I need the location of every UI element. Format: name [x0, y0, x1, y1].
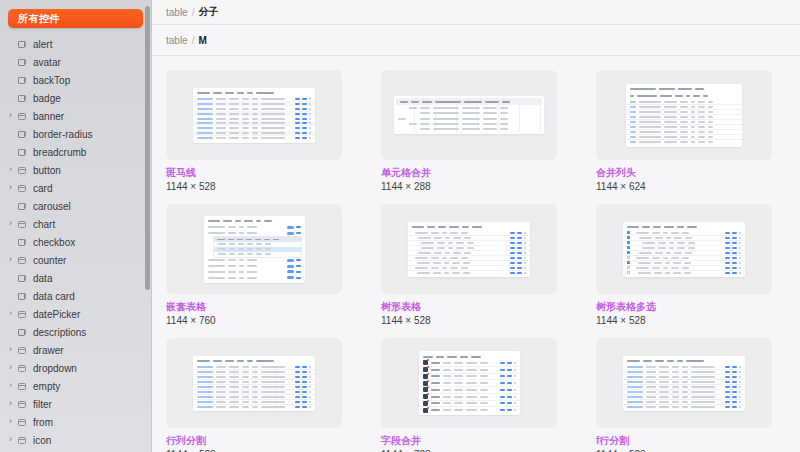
- asset-grid: 斑马线1144 × 528单元格合并1144 × 288合并列头1144 × 6…: [152, 56, 800, 452]
- asset-title-link[interactable]: 行列分割: [166, 435, 342, 447]
- sidebar-item-checkbox[interactable]: checkbox: [0, 233, 151, 251]
- sidebar-item-drawer[interactable]: ›drawer: [0, 341, 151, 359]
- sidebar-item-label: badge: [33, 93, 61, 104]
- sidebar-item-border-radius[interactable]: border-radius: [0, 125, 151, 143]
- table-preview: [408, 222, 530, 277]
- breadcrumb-parent-link[interactable]: table: [166, 35, 188, 46]
- sidebar-item-filter[interactable]: ›filter: [0, 395, 151, 413]
- sidebar-item-label: alert: [33, 39, 52, 50]
- sidebar-item-label: descriptions: [33, 327, 86, 338]
- screenshot-thumbnail[interactable]: [596, 70, 772, 160]
- chevron-right-icon[interactable]: ›: [9, 381, 18, 390]
- screenshot-thumbnail[interactable]: [166, 70, 342, 160]
- component-icon: [18, 239, 26, 246]
- asset-title-link[interactable]: 合并列头: [596, 167, 772, 179]
- box-icon: [18, 257, 26, 264]
- table-preview: [626, 84, 742, 147]
- sidebar-item-label: empty: [33, 381, 60, 392]
- asset-title-link[interactable]: 斑马线: [166, 167, 342, 179]
- chevron-right-icon[interactable]: ›: [9, 183, 18, 192]
- asset-dimensions: 1144 × 528: [596, 315, 772, 327]
- sidebar-item-from[interactable]: ›from: [0, 413, 151, 431]
- sidebar-item-backtop[interactable]: backTop: [0, 71, 151, 89]
- component-icon: [18, 275, 26, 282]
- breadcrumb: table / 分子: [152, 0, 800, 25]
- box-icon: [18, 365, 26, 372]
- table-preview: [193, 356, 315, 411]
- sidebar-item-label: carousel: [33, 201, 71, 212]
- box-icon: [18, 347, 26, 354]
- sidebar-item-empty[interactable]: ›empty: [0, 377, 151, 395]
- sidebar: 所有控件 alertavatarbackTopbadge›bannerborde…: [0, 0, 152, 452]
- sidebar-item-label: button: [33, 165, 61, 176]
- sidebar-item-label: from: [33, 417, 53, 428]
- breadcrumb-parent-link[interactable]: table: [166, 7, 188, 18]
- sidebar-item-alert[interactable]: alert: [0, 35, 151, 53]
- sidebar-list: alertavatarbackTopbadge›bannerborder-rad…: [0, 34, 151, 452]
- gallery-card: 嵌套表格1144 × 760: [166, 204, 342, 327]
- chevron-right-icon[interactable]: ›: [9, 399, 18, 408]
- sidebar-item-label: data card: [33, 291, 75, 302]
- sidebar-item-datepicker[interactable]: ›datePicker: [0, 305, 151, 323]
- asset-title-link[interactable]: 树形表格: [381, 301, 557, 313]
- table-preview: [193, 88, 315, 143]
- asset-dimensions: 1144 × 288: [381, 181, 557, 193]
- chevron-right-icon[interactable]: ›: [9, 435, 18, 444]
- component-icon: [18, 131, 26, 138]
- box-icon: [18, 383, 26, 390]
- sidebar-item-card[interactable]: ›card: [0, 179, 151, 197]
- sidebar-item-data[interactable]: data: [0, 269, 151, 287]
- sidebar-item-avatar[interactable]: avatar: [0, 53, 151, 71]
- sidebar-all-components-button[interactable]: 所有控件: [8, 9, 143, 28]
- component-icon: [18, 41, 26, 48]
- sidebar-item-label: banner: [33, 111, 64, 122]
- sidebar-item-breadcrumb[interactable]: breadcrumb: [0, 143, 151, 161]
- box-icon: [18, 113, 26, 120]
- chevron-right-icon[interactable]: ›: [9, 345, 18, 354]
- sidebar-scrollbar[interactable]: [145, 6, 150, 290]
- screenshot-thumbnail[interactable]: [166, 338, 342, 428]
- screenshot-thumbnail[interactable]: [381, 70, 557, 160]
- table-preview: [623, 356, 745, 411]
- screenshot-thumbnail[interactable]: [596, 204, 772, 294]
- sidebar-item-label: border-radius: [33, 129, 92, 140]
- chevron-right-icon[interactable]: ›: [9, 219, 18, 228]
- sidebar-item-icon[interactable]: ›icon: [0, 431, 151, 449]
- sidebar-item-descriptions[interactable]: descriptions: [0, 323, 151, 341]
- asset-title-link[interactable]: 字段合并: [381, 435, 557, 447]
- sidebar-item-button[interactable]: ›button: [0, 161, 151, 179]
- gallery-card: 树形表格多选1144 × 528: [596, 204, 772, 327]
- chevron-right-icon[interactable]: ›: [9, 255, 18, 264]
- sidebar-item-badge[interactable]: badge: [0, 89, 151, 107]
- screenshot-thumbnail[interactable]: [381, 204, 557, 294]
- screenshot-thumbnail[interactable]: [596, 338, 772, 428]
- chevron-right-icon[interactable]: ›: [9, 309, 18, 318]
- asset-title-link[interactable]: 单元格合并: [381, 167, 557, 179]
- breadcrumb: table / M: [152, 25, 800, 56]
- asset-title-link[interactable]: 树形表格多选: [596, 301, 772, 313]
- chevron-right-icon[interactable]: ›: [9, 417, 18, 426]
- sidebar-item-label: counter: [33, 255, 66, 266]
- sidebar-item-banner[interactable]: ›banner: [0, 107, 151, 125]
- chevron-right-icon[interactable]: ›: [9, 165, 18, 174]
- sidebar-item-label: avatar: [33, 57, 61, 68]
- box-icon: [18, 185, 26, 192]
- gallery-card: 行列分割1144 × 528: [166, 338, 342, 452]
- component-icon: [18, 59, 26, 66]
- sidebar-item-dropdown[interactable]: ›dropdown: [0, 359, 151, 377]
- sidebar-item-counter[interactable]: ›counter: [0, 251, 151, 269]
- asset-dimensions: 1144 × 760: [166, 315, 342, 327]
- gallery-card: 字段合并1144 × 728: [381, 338, 557, 452]
- sidebar-item-label: chart: [33, 219, 55, 230]
- component-icon: [18, 293, 26, 300]
- chevron-right-icon[interactable]: ›: [9, 111, 18, 120]
- sidebar-item-chart[interactable]: ›chart: [0, 215, 151, 233]
- asset-title-link[interactable]: 嵌套表格: [166, 301, 342, 313]
- screenshot-thumbnail[interactable]: [166, 204, 342, 294]
- screenshot-thumbnail[interactable]: [381, 338, 557, 428]
- gallery-card: 合并列头1144 × 624: [596, 70, 772, 193]
- chevron-right-icon[interactable]: ›: [9, 363, 18, 372]
- sidebar-item-data-card[interactable]: data card: [0, 287, 151, 305]
- sidebar-item-carousel[interactable]: carousel: [0, 197, 151, 215]
- asset-title-link[interactable]: f行分割: [596, 435, 772, 447]
